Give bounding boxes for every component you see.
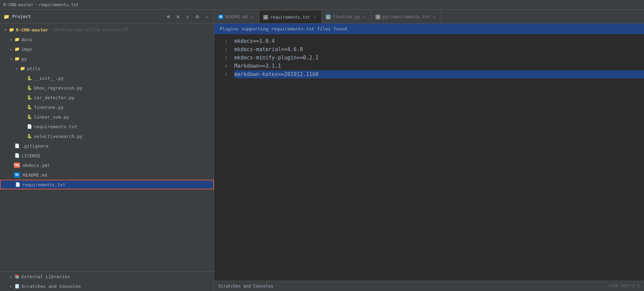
car-icon: 🐍 — [26, 95, 32, 100]
root-arrow — [3, 27, 8, 32]
add-icon[interactable]: ⊕ — [165, 13, 172, 20]
car-label: car_detector.py — [34, 95, 74, 100]
collapse-icon[interactable]: ⇕ — [184, 13, 191, 20]
tree-item-init[interactable]: 🐍 __init__.py — [0, 73, 214, 83]
tree-item-utils[interactable]: 📁 utils — [0, 64, 214, 73]
gitignore-icon: 📄 — [14, 143, 20, 149]
mkdocs-label: mkdocs.yml — [23, 163, 50, 168]
breadcrumb-project[interactable]: R-CNN-master — [3, 2, 34, 7]
imgs-label: imgs — [21, 47, 32, 52]
tab-readme-label: README.md — [225, 15, 248, 19]
bbox-icon: 🐍 — [26, 85, 32, 91]
gitignore-label: .gitignore — [21, 143, 48, 149]
tab-py-req-label: py/requirements.txt — [382, 15, 430, 19]
tab-md-icon: MD — [218, 15, 223, 19]
align-icon[interactable]: ≡ — [174, 13, 181, 20]
scratches-icon: 🗒️ — [14, 283, 20, 289]
code-text-1: mkdocs==1.0.4 — [234, 38, 275, 44]
init-icon: 🐍 — [26, 75, 32, 81]
selective-icon: 🐍 — [26, 133, 32, 139]
file-tree: 📁 R-CNN-master ~/Desktop/qpn/github proj… — [0, 24, 214, 271]
root-folder-name: R-CNN-master — [16, 27, 48, 32]
finetune-icon: 🐍 — [26, 104, 32, 110]
py-folder-icon: 📁 — [14, 56, 20, 62]
code-text-2: mkdocs-material==4.6.0 — [234, 46, 303, 53]
plugin-banner-text: Plugins supporting requirements.txt file… — [220, 26, 350, 31]
tab-finetune-close[interactable]: ✕ — [362, 15, 367, 19]
scratches-label: Scratches and Consoles — [21, 284, 81, 289]
py-label: py — [21, 56, 27, 62]
tree-item-docs[interactable]: 📁 docs — [0, 35, 214, 44]
watermark: CSDN @暖仔会飞 — [608, 283, 640, 289]
tab-readme-close[interactable]: ✕ — [250, 15, 255, 19]
scratches-item[interactable]: 🗒️ Scratches and Consoles — [0, 281, 214, 291]
line-num-4: 4 — [214, 62, 227, 70]
minimize-icon[interactable]: — — [203, 13, 210, 20]
tree-item-imgs[interactable]: 📁 imgs — [0, 44, 214, 54]
scratches-status-label: Scratches and Consoles — [218, 284, 273, 289]
tree-item-license[interactable]: 📄 LICENSE — [0, 151, 214, 160]
folder-icon: 📁 — [3, 14, 9, 19]
tab-requirements[interactable]: ≡ requirements.txt ✕ — [259, 11, 322, 23]
license-label: LICENSE — [21, 153, 40, 158]
tree-item-gitignore[interactable]: 📄 .gitignore — [0, 141, 214, 151]
selective-label: selectivesearch.py — [34, 134, 83, 139]
tab-py-icon: 🐍 — [326, 15, 331, 19]
utils-label: utils — [27, 66, 40, 71]
code-line-1: mkdocs==1.0.4 — [234, 37, 644, 45]
init-label: __init__.py — [34, 76, 64, 81]
ext-lib-icon: 📚 — [14, 274, 20, 279]
code-line-3: mkdocs-minify-plugin==0.2.1 — [234, 54, 644, 62]
plugin-banner: Plugins supporting requirements.txt file… — [214, 24, 644, 34]
ext-lib-arrow — [8, 274, 14, 279]
code-area[interactable]: mkdocs==1.0.4 mkdocs-material==4.6.0 mkd… — [231, 34, 644, 281]
tree-item-mkdocs[interactable]: YML mkdocs.yml — [0, 160, 214, 170]
tree-item-car[interactable]: 🐍 car_detector.py — [0, 93, 214, 102]
line-numbers: 1 2 3 4 5 — [214, 34, 231, 281]
sidebar-header: 📁 Project ⊕ ≡ ⇕ ⚙ — — [0, 10, 214, 24]
tree-item-readme[interactable]: MD README.md — [0, 170, 214, 180]
imgs-arrow — [8, 46, 14, 52]
line-num-3: 3 — [214, 54, 227, 62]
bbox-label: bbox_regression.py — [34, 85, 83, 91]
scratches-arrow — [8, 283, 14, 289]
code-text-4: Markdown==3.1.1 — [234, 63, 281, 69]
breadcrumb-sep: > — [35, 2, 37, 7]
code-line-4: Markdown==3.1.1 — [234, 62, 644, 70]
tree-item-finetune[interactable]: 🐍 finetune.py — [0, 102, 214, 112]
readme-icon: MD — [14, 172, 20, 178]
code-text-3: mkdocs-minify-plugin==0.2.1 — [234, 55, 319, 61]
tab-finetune-label: finetune.py — [333, 15, 360, 19]
settings-icon[interactable]: ⚙ — [194, 13, 201, 20]
tree-item-req-py[interactable]: 📄 requirements.txt — [0, 122, 214, 131]
tab-txt-icon: ≡ — [263, 15, 268, 20]
tree-item-py[interactable]: 📁 py — [0, 54, 214, 64]
tree-root-folder[interactable]: 📁 R-CNN-master ~/Desktop/qpn/github proj… — [0, 25, 214, 35]
readme-label: README.md — [23, 172, 47, 178]
external-libraries-item[interactable]: 📚 External Libraries — [0, 272, 214, 281]
tab-bar: MD README.md ✕ ≡ requirements.txt ✕ 🐍 fi… — [214, 10, 644, 24]
editor-content: 1 2 3 4 5 mkdocs==1.0.4 mkdocs-material=… — [214, 34, 644, 281]
tree-item-bbox[interactable]: 🐍 bbox_regression.py — [0, 83, 214, 93]
status-bar: Scratches and Consoles CSDN @暖仔会飞 — [214, 281, 644, 291]
tree-item-selective[interactable]: 🐍 selectivesearch.py — [0, 131, 214, 141]
line-num-1: 1 — [214, 37, 227, 45]
breadcrumb-current: requirements.txt — [39, 2, 79, 7]
req-py-label: requirements.txt — [34, 124, 77, 129]
tab-requirements-close[interactable]: ✕ — [312, 15, 317, 20]
line-num-5: 5 — [214, 70, 227, 78]
tab-py-requirements[interactable]: ≡ py/requirements.txt ✕ — [371, 11, 441, 23]
py-arrow — [8, 56, 14, 62]
tab-py-req-close[interactable]: ✕ — [432, 15, 437, 19]
req-label: requirements.txt — [22, 182, 65, 187]
mkdocs-icon: YML — [14, 162, 20, 168]
line-num-2: 2 — [214, 45, 227, 54]
editor-area: MD README.md ✕ ≡ requirements.txt ✕ 🐍 fi… — [214, 10, 644, 291]
code-line-5: markdown-katex==201912.11b0 — [234, 70, 644, 78]
code-line-2: mkdocs-material==4.6.0 — [234, 45, 644, 54]
tree-item-svm[interactable]: 🐍 linear_svm.py — [0, 112, 214, 122]
sidebar-toolbar: ⊕ ≡ ⇕ ⚙ — — [165, 13, 210, 20]
tab-finetune[interactable]: 🐍 finetune.py ✕ — [322, 11, 371, 23]
tab-readme[interactable]: MD README.md ✕ — [214, 11, 259, 23]
tree-item-requirements-active[interactable]: 📄 requirements.txt 🔍 — [0, 180, 214, 189]
